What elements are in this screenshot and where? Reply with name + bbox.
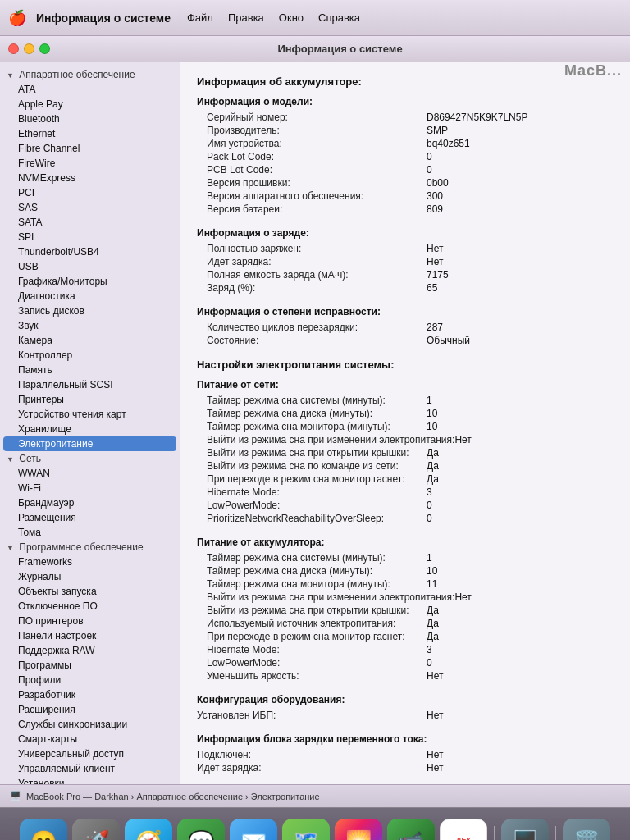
menu-help[interactable]: Справка: [318, 11, 360, 24]
sidebar-item-ata[interactable]: ATA: [0, 82, 180, 97]
sidebar-item-memory[interactable]: Память: [0, 363, 180, 377]
apple-menu-icon[interactable]: 🍎: [8, 9, 26, 27]
sidebar-software-header[interactable]: Программное обеспечение: [0, 540, 180, 555]
sidebar-item-printers[interactable]: Принтеры: [0, 392, 180, 407]
main-panel: Информация об аккумуляторе: Информация о…: [180, 62, 630, 784]
connected-row: Подключен: Нет: [197, 748, 614, 761]
dock-messages[interactable]: 💬: [177, 819, 225, 841]
sidebar-item-pci[interactable]: PCI: [0, 185, 180, 200]
charge-percent-row: Заряд (%): 65: [197, 281, 614, 294]
sidebar-item-sync[interactable]: Службы синхронизации: [0, 717, 180, 732]
hw-config-header: Конфигурация оборудования:: [197, 694, 614, 705]
sidebar-item-usb[interactable]: USB: [0, 259, 180, 274]
sidebar-item-smartcards[interactable]: Смарт-карты: [0, 732, 180, 746]
triangle-software: [7, 544, 14, 552]
sidebar-item-power[interactable]: Электропитание: [3, 436, 176, 451]
sidebar-item-fibrechannel[interactable]: Fibre Channel: [0, 141, 180, 156]
titlebar: Информация о системе MacB...: [0, 36, 630, 62]
sysinfo-icon: 🖥️: [512, 829, 538, 840]
ac-wake-power-row: Выйти из режима сна при изменении электр…: [197, 433, 614, 446]
sidebar-item-apps[interactable]: Программы: [0, 658, 180, 673]
dock-launchpad[interactable]: 🚀: [72, 819, 120, 841]
sidebar-item-controller[interactable]: Контроллер: [0, 348, 180, 363]
sidebar-item-developer[interactable]: Разработчик: [0, 687, 180, 702]
sidebar-item-cardreader[interactable]: Устройство чтения карт: [0, 407, 180, 422]
sidebar-item-parallelscsi[interactable]: Параллельный SCSI: [0, 377, 180, 392]
device-name-row: Имя устройства: bq40z651: [197, 137, 614, 150]
maximize-button[interactable]: [39, 43, 50, 54]
power-settings-title: Настройки электропитания системы:: [197, 358, 614, 371]
dock-finder[interactable]: 😊: [20, 819, 67, 841]
sidebar-item-startup[interactable]: Объекты запуска: [0, 584, 180, 599]
sidebar-item-ethernet[interactable]: Ethernet: [0, 126, 180, 141]
sidebar-item-wifi[interactable]: Wi-Fi: [0, 481, 180, 495]
sidebar-item-firewire[interactable]: FireWire: [0, 156, 180, 171]
sidebar-item-sas[interactable]: SAS: [0, 200, 180, 215]
dock-maps[interactable]: 🗺️: [282, 819, 330, 841]
dock-calendar[interactable]: ДЕК 6: [440, 819, 487, 841]
condition-row: Состояние: Обычный: [197, 334, 614, 347]
sidebar-item-frameworks[interactable]: Frameworks: [0, 555, 180, 569]
minimize-button[interactable]: [24, 43, 34, 54]
main-window: Информация о системе MacB... Аппаратное …: [0, 36, 630, 807]
sidebar-item-disabled-sw[interactable]: Отключенное ПО: [0, 599, 180, 614]
dock-sysinfo[interactable]: 🖥️: [501, 819, 549, 841]
sidebar-item-profiles[interactable]: Профили: [0, 673, 180, 687]
battery-power-block: Питание от аккумулятора: Таймер режима с…: [197, 536, 614, 682]
charging-row: Идет зарядка: Нет: [197, 255, 614, 268]
charge-header: Информация о заряде:: [197, 227, 614, 239]
close-button[interactable]: [8, 43, 19, 54]
ac-charging-row: Идет зарядка: Нет: [197, 761, 614, 774]
sidebar-item-accessibility[interactable]: Универсальный доступ: [0, 746, 180, 761]
sidebar-item-printer-sw[interactable]: ПО принтеров: [0, 614, 180, 628]
sidebar-item-prefpanes[interactable]: Панели настроек: [0, 628, 180, 643]
ac-sleep-monitor-row: Таймер режима сна монитора (минуты): 10: [197, 420, 614, 433]
sidebar-item-camera[interactable]: Камера: [0, 333, 180, 348]
sidebar-item-sata[interactable]: SATA: [0, 215, 180, 230]
sidebar-item-managed-client[interactable]: Управляемый клиент: [0, 761, 180, 776]
menu-file[interactable]: Файл: [187, 11, 213, 24]
sidebar-item-extensions[interactable]: Расширения: [0, 702, 180, 717]
sidebar-item-diagnostics[interactable]: Диагностика: [0, 289, 180, 304]
sidebar-item-locations[interactable]: Размещения: [0, 510, 180, 525]
dock-facetime[interactable]: 📹: [387, 819, 435, 841]
bat-sleep-disk-row: Таймер режима сна диска (минуты): 10: [197, 564, 614, 578]
packlot-row: Pack Lot Code: 0: [197, 150, 614, 163]
cycles-row: Количество циклов перезарядки: 287: [197, 321, 614, 334]
sidebar-item-nvmexpress[interactable]: NVMExpress: [0, 171, 180, 185]
sidebar-network-header[interactable]: Сеть: [0, 451, 180, 466]
sidebar-item-rawsupport[interactable]: Поддержка RAW: [0, 643, 180, 658]
sidebar-item-thunderbolt[interactable]: Thunderbolt/USB4: [0, 244, 180, 259]
messages-icon: 💬: [188, 829, 214, 840]
sidebar-item-graphics[interactable]: Графика/Мониторы: [0, 274, 180, 289]
model-info-block: Информация о модели: Серийный номер: D86…: [197, 96, 614, 216]
sidebar-item-sound[interactable]: Звук: [0, 318, 180, 333]
window-title: Информация о системе: [58, 43, 622, 55]
sidebar-item-storage[interactable]: Хранилище: [0, 422, 180, 436]
sidebar-item-spi[interactable]: SPI: [0, 230, 180, 244]
ups-row: Установлен ИБП: Нет: [197, 709, 614, 722]
trash-icon: 🗑️: [573, 829, 600, 840]
full-capacity-row: Полная емкость заряда (мА·ч): 7175: [197, 268, 614, 281]
dock-mail[interactable]: ✉️: [230, 819, 277, 841]
sidebar-item-bluetooth[interactable]: Bluetooth: [0, 112, 180, 126]
sidebar-item-diskrecording[interactable]: Запись дисков: [0, 304, 180, 318]
sidebar-item-firewall[interactable]: Брандмауэр: [0, 495, 180, 510]
bat-dim-row: Уменьшить яркость: Нет: [197, 669, 614, 682]
dock-trash[interactable]: 🗑️: [563, 819, 610, 841]
sidebar-hardware-header[interactable]: Аппаратное обеспечение: [0, 67, 180, 82]
photos-icon: 🌅: [345, 829, 372, 840]
sidebar-item-volumes[interactable]: Тома: [0, 525, 180, 540]
dock-photos[interactable]: 🌅: [335, 819, 382, 841]
sidebar-item-logs[interactable]: Журналы: [0, 569, 180, 584]
ac-charger-header: Информация блока зарядки переменного ток…: [197, 733, 614, 745]
battery-version-row: Версия батареи: 809: [197, 203, 614, 216]
menu-edit[interactable]: Правка: [228, 11, 264, 24]
sidebar-item-wwan[interactable]: WWAN: [0, 466, 180, 481]
dock: 😊 🚀 🧭 💬 ✉️ 🗺️ 🌅 📹 ДЕК 6 🖥️ 🗑️: [0, 807, 630, 840]
menu-window[interactable]: Окно: [279, 11, 304, 24]
charge-info-block: Информация о заряде: Полностью заряжен: …: [197, 227, 614, 294]
sidebar-item-installs[interactable]: Установки: [0, 776, 180, 784]
dock-safari[interactable]: 🧭: [125, 819, 172, 841]
sidebar-item-applepay[interactable]: Apple Pay: [0, 97, 180, 112]
